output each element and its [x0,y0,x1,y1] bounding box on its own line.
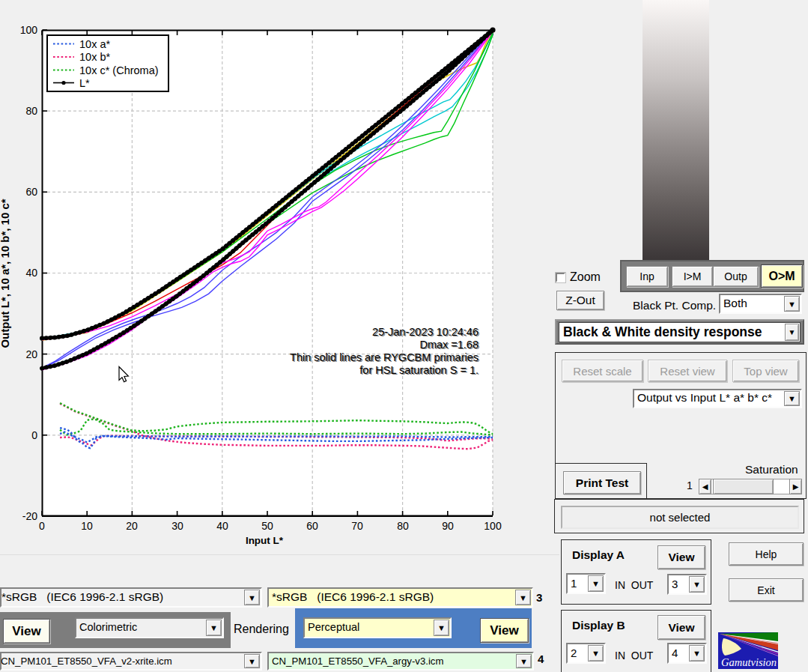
svg-text:10x b*: 10x b* [79,51,110,63]
svg-text:20: 20 [25,348,37,360]
svg-text:Gamutvision: Gamutvision [721,656,777,668]
svg-text:50: 50 [261,520,273,532]
svg-text:0: 0 [39,520,45,532]
svg-text:100: 100 [20,24,38,36]
svg-text:for HSL saturation S = 1.: for HSL saturation S = 1. [361,365,480,377]
svg-text:-20: -20 [22,510,37,522]
svg-text:10x c* (Chroma): 10x c* (Chroma) [79,64,159,76]
svg-text:Thin solid lines are RYGCBM pr: Thin solid lines are RYGCBM primaries [291,352,480,364]
svg-text:70: 70 [351,520,363,532]
svg-text:100: 100 [484,520,502,532]
svg-text:Dmax =1.68: Dmax =1.68 [421,339,480,351]
svg-text:20: 20 [126,520,138,532]
svg-text:30: 30 [171,520,183,532]
svg-text:40: 40 [25,267,37,279]
svg-text:80: 80 [25,105,37,117]
svg-text:60: 60 [306,520,318,532]
svg-text:L*: L* [79,77,90,89]
svg-text:10: 10 [81,520,93,532]
svg-text:10x a*: 10x a* [79,38,110,50]
svg-text:60: 60 [25,186,37,198]
svg-text:Input L*: Input L* [246,535,284,546]
svg-text:0: 0 [31,429,37,441]
svg-text:Output L*, 10 a*, 10 b*, 10 c*: Output L*, 10 a*, 10 b*, 10 c* [0,199,11,348]
svg-text:40: 40 [216,520,228,532]
svg-text:80: 80 [397,520,409,532]
svg-text:90: 90 [442,520,454,532]
svg-text:25-Jan-2023 10:24:46: 25-Jan-2023 10:24:46 [374,327,480,339]
